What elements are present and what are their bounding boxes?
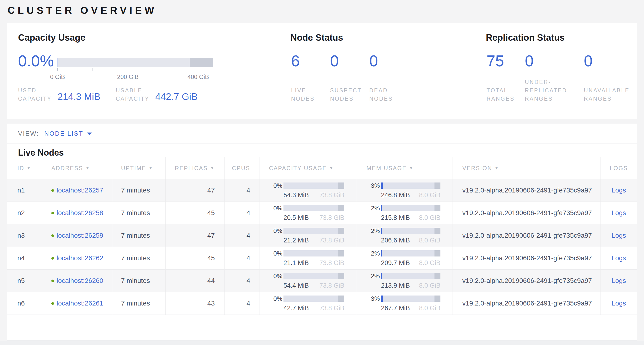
live-nodes-table: ID▼ ADDRESS▼ UPTIME▼ REPLICAS▼ CPUS▼ CAP…	[7, 157, 637, 315]
node-address-link[interactable]: localhost:26258	[56, 209, 103, 217]
mem-used-value: 246.8 MiB	[381, 192, 410, 199]
axis-tick	[163, 68, 164, 71]
capacity-bar-other-segment	[338, 182, 344, 189]
node-cpus: 4	[246, 254, 250, 262]
mem-usage-bar	[381, 182, 440, 189]
node-replicas: 43	[207, 299, 215, 307]
mem-usage-percent: 2%	[366, 205, 380, 212]
table-row: n3 localhost:26259 7 minutes 47 4 0% 21.…	[7, 224, 637, 247]
node-address-link[interactable]: localhost:26260	[56, 277, 103, 284]
view-selected-value[interactable]: NODE LIST	[44, 130, 83, 137]
column-header-cpus: CPUS▼	[224, 157, 260, 179]
capacity-usage-bar	[284, 182, 344, 189]
page-title: CLUSTER OVERVIEW	[8, 5, 157, 16]
axis-tick	[57, 68, 58, 71]
mem-bar-used-segment	[381, 295, 383, 302]
column-header-address[interactable]: ADDRESS▼	[42, 157, 113, 179]
node-logs-link[interactable]: Logs	[612, 232, 626, 239]
node-version: v19.2.0-alpha.20190606-2491-gfe735c9a97	[462, 299, 592, 307]
node-logs-link[interactable]: Logs	[612, 209, 626, 217]
node-logs-link[interactable]: Logs	[612, 187, 626, 194]
capacity-usage-bar	[284, 295, 344, 302]
dead-nodes-count: 0	[369, 52, 378, 70]
mem-used-value: 213.9 MiB	[381, 282, 410, 289]
axis-tick-label: 0 GiB	[50, 74, 65, 80]
capacity-usage-bar	[284, 250, 344, 256]
node-replicas: 47	[207, 187, 215, 194]
sort-arrow-icon: ▼	[329, 166, 334, 171]
column-header-version[interactable]: VERSION▼	[453, 157, 600, 179]
node-live-status-icon	[51, 212, 54, 214]
node-replicas: 47	[207, 232, 215, 239]
capacity-usage-percent: 0%	[269, 182, 282, 189]
view-selector-dropdown[interactable]: NODE LIST	[44, 130, 92, 137]
node-logs-link[interactable]: Logs	[612, 299, 626, 307]
capacity-usage-bar	[284, 205, 344, 211]
column-header-capacity-usage[interactable]: CAPACITY USAGE▼	[260, 157, 357, 179]
sort-arrow-icon: ▼	[27, 166, 31, 171]
capacity-bar-other-segment	[338, 250, 344, 256]
axis-tick	[198, 68, 198, 71]
capacity-usage-cell: 0% 20.5 MiB 73.8 GiB	[269, 205, 344, 221]
capacity-used-value: 42.7 MiB	[284, 304, 309, 312]
node-uptime: 7 minutes	[121, 277, 150, 284]
usable-capacity-label: USABLE CAPACITY	[116, 86, 149, 103]
node-replicas: 45	[207, 209, 215, 217]
node-address-link[interactable]: localhost:26259	[56, 232, 103, 239]
column-header-uptime[interactable]: UPTIME▼	[113, 157, 166, 179]
node-id: n3	[17, 232, 25, 239]
mem-bar-other-segment	[434, 250, 440, 256]
mem-bar-used-segment	[381, 182, 383, 189]
column-header-replicas[interactable]: REPLICAS▼	[166, 157, 224, 179]
mem-used-value: 206.6 MiB	[381, 237, 410, 244]
capacity-usage-bar	[284, 273, 344, 279]
node-id: n6	[17, 299, 25, 307]
live-nodes-panel: Live Nodes ID▼ ADDRESS▼ UPTIME▼ REPLICAS…	[7, 144, 637, 341]
mem-bar-used-segment	[381, 228, 382, 234]
capacity-bar-other-segment	[190, 58, 213, 67]
node-logs-link[interactable]: Logs	[612, 277, 626, 284]
sort-arrow-icon: ▼	[86, 166, 90, 171]
capacity-total-value: 73.8 GiB	[320, 237, 344, 244]
capacity-usage-percent: 0%	[269, 250, 282, 257]
column-header-mem-usage[interactable]: MEM USAGE▼	[357, 157, 453, 179]
sort-arrow-icon: ▼	[210, 166, 215, 171]
mem-used-value: 209.7 MiB	[381, 259, 410, 267]
node-version: v19.2.0-alpha.20190606-2491-gfe735c9a97	[462, 254, 592, 262]
mem-usage-percent: 2%	[366, 250, 380, 257]
capacity-percent: 0.0%	[18, 52, 54, 70]
capacity-used-value: 54.4 MiB	[284, 282, 309, 289]
capacity-bar	[58, 58, 213, 67]
node-address-link[interactable]: localhost:26261	[56, 299, 103, 307]
view-bar: VIEW: NODE LIST	[7, 124, 637, 143]
mem-total-value: 8.0 GiB	[419, 192, 440, 199]
mem-total-value: 8.0 GiB	[419, 214, 440, 221]
capacity-used-value: 21.1 MiB	[284, 259, 309, 267]
node-logs-link[interactable]: Logs	[612, 254, 626, 262]
used-capacity-value: 214.3 MiB	[58, 91, 100, 102]
node-replicas: 45	[207, 254, 215, 262]
mem-bar-other-segment	[434, 182, 440, 189]
node-address-link[interactable]: localhost:26262	[56, 254, 103, 262]
node-live-status-icon	[51, 234, 54, 237]
capacity-usage-heading: Capacity Usage	[18, 33, 86, 43]
total-ranges-label: TOTAL RANGES	[486, 86, 515, 103]
capacity-usage-percent: 0%	[269, 227, 282, 235]
node-cpus: 4	[246, 187, 250, 194]
capacity-usage-percent: 0%	[269, 295, 282, 302]
mem-usage-percent: 3%	[366, 182, 380, 189]
axis-tick-label: 400 GiB	[188, 74, 209, 80]
column-header-logs: LOGS▼	[600, 157, 637, 179]
mem-total-value: 8.0 GiB	[419, 282, 440, 289]
mem-bar-other-segment	[434, 205, 440, 211]
under-replicated-ranges-label: UNDER- REPLICATED RANGES	[525, 78, 567, 103]
node-live-status-icon	[51, 279, 54, 282]
column-header-id[interactable]: ID▼	[7, 157, 42, 179]
node-address-link[interactable]: localhost:26257	[56, 187, 103, 194]
mem-total-value: 8.0 GiB	[419, 259, 440, 267]
node-id: n4	[17, 254, 25, 262]
capacity-usage-bar	[284, 228, 344, 234]
node-uptime: 7 minutes	[121, 232, 150, 239]
mem-usage-cell: 2% 209.7 MiB 8.0 GiB	[366, 250, 440, 267]
under-replicated-ranges-count: 0	[525, 52, 534, 70]
